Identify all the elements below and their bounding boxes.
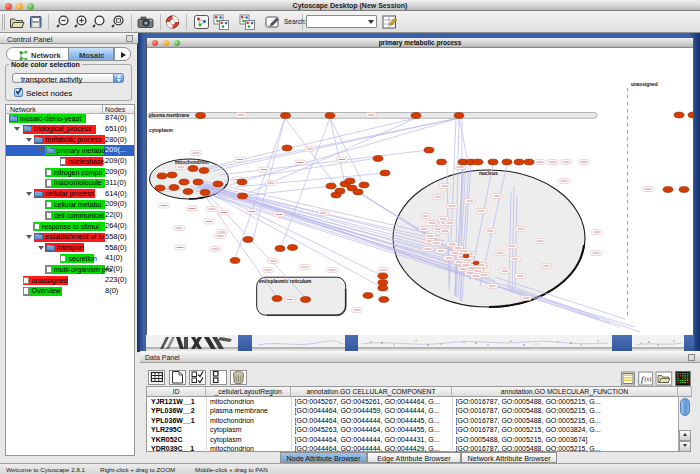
svg-text:mitochondrion: mitochondrion [175, 160, 209, 165]
svg-text:unassigned: unassigned [631, 82, 658, 87]
svg-text:(x): (x) [645, 376, 652, 383]
svg-text:cytoplasm: cytoplasm [149, 128, 173, 133]
svg-text:plasma membrane: plasma membrane [149, 113, 190, 118]
svg-text:nucleus: nucleus [479, 170, 498, 176]
